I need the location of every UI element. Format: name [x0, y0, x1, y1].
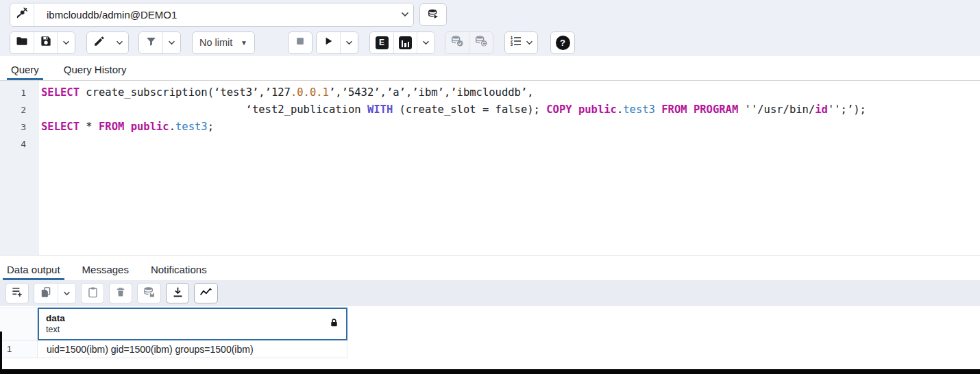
sql-code-area[interactable]: SELECT create_subscription(‘test3’,’127.… [39, 81, 980, 255]
code-line[interactable]: SELECT * FROM public.test3; [41, 119, 980, 136]
connection-bar: ibmclouddb/admin@DEMO1 [0, 0, 980, 29]
explain-analyze-icon [399, 36, 412, 49]
graph-visualiser-button[interactable] [194, 283, 218, 303]
edit-options-button[interactable] [110, 32, 128, 53]
filter-button[interactable] [139, 32, 162, 53]
stop-button[interactable] [289, 32, 312, 53]
chevron-down-icon [168, 40, 175, 45]
chevron-down-icon [422, 40, 430, 45]
open-file-button[interactable] [10, 32, 34, 53]
chevron-down-icon [116, 40, 123, 45]
connection-dropdown[interactable]: ibmclouddb/admin@DEMO1 [34, 3, 413, 26]
save-data-button[interactable] [137, 283, 161, 303]
output-toolbar [0, 280, 980, 306]
folder-icon [15, 34, 29, 51]
add-row-icon [10, 285, 24, 301]
filter-options-button[interactable] [162, 32, 180, 53]
file-group [10, 32, 75, 54]
query-toolbar: No limit ▼ [0, 29, 980, 56]
explain-button[interactable]: E [370, 32, 393, 53]
graph-visualiser-icon [199, 285, 213, 302]
copy-icon [40, 286, 53, 301]
help-button[interactable]: ? [551, 32, 574, 53]
add-row-button[interactable] [5, 283, 29, 303]
row-limit-value: No limit [199, 37, 232, 48]
row-limit-select[interactable]: No limit ▼ [193, 32, 254, 53]
stop-icon [294, 35, 306, 50]
download-icon [171, 286, 184, 301]
execute-options-button[interactable] [340, 32, 358, 53]
line-number: 2 [0, 101, 39, 119]
editor-tabstrip: Query Query History [0, 56, 980, 81]
explain-analyze-button[interactable] [393, 32, 417, 53]
explain-group: E [369, 32, 435, 54]
result-grid: data text 1uid=1500(ibm) gid=1500(ibm) g… [0, 308, 980, 358]
connection-label: ibmclouddb/admin@DEMO1 [38, 9, 401, 21]
play-icon [322, 35, 334, 50]
line-number-gutter: 1234 [0, 81, 39, 255]
tab-query-history[interactable]: Query History [62, 58, 128, 80]
commit-icon [450, 34, 465, 51]
filter-icon [145, 35, 158, 51]
disconnected-plug-icon [15, 6, 29, 23]
chevron-down-icon [345, 40, 353, 45]
line-number: 1 [0, 84, 39, 101]
line-number: 3 [0, 119, 39, 136]
save-options-button[interactable] [57, 32, 75, 53]
database-stack-icon [426, 8, 440, 24]
explain-icon: E [376, 36, 389, 49]
code-line[interactable]: ‘test2_publication WITH (create_slot = f… [41, 101, 980, 119]
tab-messages[interactable]: Messages [81, 258, 130, 280]
delete-row-button[interactable] [109, 283, 132, 303]
copy-button[interactable] [34, 284, 58, 303]
row-number-cell[interactable]: 1 [0, 340, 38, 358]
floppy-save-icon [39, 34, 53, 51]
connection-status-button[interactable] [10, 3, 34, 26]
copy-group [34, 283, 76, 303]
commit-button[interactable] [445, 32, 469, 53]
svg-text:3: 3 [511, 42, 513, 47]
transaction-group [445, 32, 493, 54]
help-icon: ? [556, 36, 570, 50]
new-connection-button[interactable] [420, 4, 446, 26]
data-cell[interactable]: uid=1500(ibm) gid=1500(ibm) groups=1500(… [38, 340, 347, 358]
chevron-down-icon [62, 40, 70, 45]
numbered-list-icon: 123 [509, 34, 523, 51]
new-connection-group [419, 3, 447, 26]
macros-button[interactable]: 123 [505, 32, 537, 53]
copy-options-button[interactable] [58, 284, 75, 303]
macros-group: 123 [504, 32, 538, 54]
execute-group [316, 32, 358, 54]
connection-selector-group: ibmclouddb/admin@DEMO1 [10, 3, 414, 27]
pencil-icon [93, 35, 106, 51]
chevron-down-icon [526, 40, 533, 45]
code-line[interactable] [41, 136, 980, 153]
sql-editor: 1234 SELECT create_subscription(‘test3’,… [0, 81, 980, 255]
paste-button[interactable] [81, 283, 104, 303]
chevron-down-icon [63, 291, 71, 296]
save-file-button[interactable] [34, 32, 57, 53]
window-edge [0, 332, 2, 374]
table-row: 1uid=1500(ibm) gid=1500(ibm) groups=1500… [0, 340, 980, 358]
explain-options-button[interactable] [417, 32, 434, 53]
lock-icon [329, 318, 339, 331]
trash-icon [114, 286, 127, 301]
tab-data-output[interactable]: Data output [5, 258, 62, 280]
rollback-icon [474, 34, 489, 51]
edit-group [86, 32, 129, 54]
grid-corner-cell[interactable] [0, 308, 38, 340]
download-results-button[interactable] [166, 283, 189, 303]
tab-notifications[interactable]: Notifications [149, 258, 208, 280]
chevron-down-icon [401, 12, 409, 17]
help-group: ? [550, 32, 575, 54]
filter-group [138, 32, 181, 54]
execute-button[interactable] [317, 32, 340, 53]
tab-query[interactable]: Query [10, 58, 40, 80]
rollback-button[interactable] [469, 32, 493, 53]
caret-down-icon: ▼ [241, 39, 247, 47]
column-header-data[interactable]: data text [38, 308, 347, 340]
code-line[interactable]: SELECT create_subscription(‘test3’,’127.… [41, 84, 980, 101]
grid-header-row: data text [0, 308, 980, 340]
query-tool-window: ibmclouddb/admin@DEMO1 [0, 0, 980, 374]
edit-button[interactable] [87, 32, 110, 53]
